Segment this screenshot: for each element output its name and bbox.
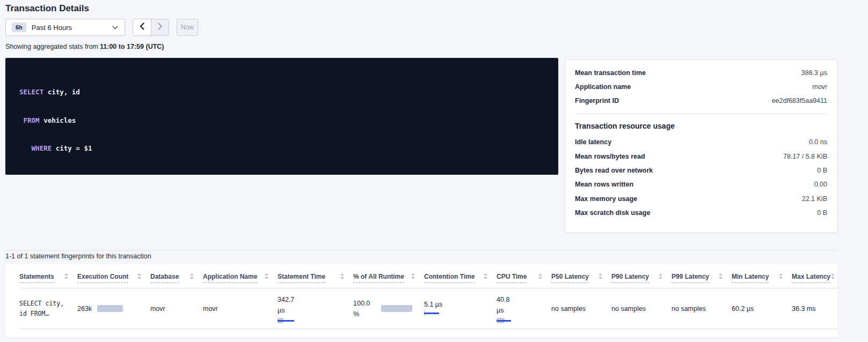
resource-label: Max memory usage — [575, 195, 637, 203]
time-range-dropdown[interactable]: 6h Past 6 Hours — [5, 19, 125, 36]
column-label: P99 Latency — [672, 273, 709, 283]
cell-min-latency: 60.2 µs — [732, 288, 792, 329]
column-header-p99-latency[interactable]: P99 Latency — [672, 273, 732, 288]
resource-value: 78.17 / 5.8 KiB — [783, 153, 827, 160]
sort-icon — [340, 273, 345, 283]
contention-time-line — [424, 313, 439, 314]
sort-icon — [718, 273, 723, 283]
statements-table: Statements Execution Count Database Appl… — [5, 264, 837, 337]
resource-value: 0.0 ns — [809, 138, 827, 146]
cell-contention-time: 5.1 µs — [424, 288, 497, 329]
execution-count-value: 263k — [77, 305, 92, 313]
column-label: Statements — [19, 273, 54, 283]
resource-value: 22.1 KiB — [802, 195, 827, 203]
column-header-p90-latency[interactable]: P90 Latency — [611, 273, 672, 288]
resource-row-mean-rows-bytes-read: Mean rows/bytes read 78.17 / 5.8 KiB — [575, 149, 827, 163]
cpu-time-value: 40.8 µs — [497, 294, 516, 316]
sql-line: WHERE city = $1 — [19, 144, 548, 153]
now-button[interactable]: Now — [177, 19, 198, 36]
column-label: Execution Count — [77, 273, 128, 283]
summary-row-fingerprint-id: Fingerprint ID ee2df683f5aa9411 — [575, 94, 827, 108]
resource-label: Bytes read over network — [575, 167, 653, 174]
resource-value: 0 B — [817, 209, 827, 217]
pct-runtime-value: 100.0 % — [353, 298, 377, 319]
p99-latency-value: no samples — [672, 305, 706, 313]
column-header-statements[interactable]: Statements — [19, 273, 77, 288]
sort-icon — [483, 273, 488, 283]
resource-row-idle-latency: Idle latency 0.0 ns — [575, 135, 827, 149]
sort-icon — [658, 273, 663, 283]
column-header-cpu-time[interactable]: CPU Time — [497, 273, 551, 288]
column-label: Statement Time — [278, 273, 325, 283]
cell-p90-latency: no samples — [611, 288, 672, 329]
column-label: Database — [150, 273, 179, 283]
column-header-pct-of-all-runtime[interactable]: % of All Runtime — [353, 273, 424, 288]
column-label: Min Latency — [732, 273, 769, 283]
resource-usage-heading: Transaction resource usage — [575, 122, 827, 130]
sort-icon — [598, 273, 603, 283]
sort-icon — [137, 273, 142, 283]
column-header-min-latency[interactable]: Min Latency — [732, 273, 792, 288]
section-divider — [5, 250, 837, 251]
column-header-database[interactable]: Database — [150, 273, 203, 288]
chevron-left-icon — [140, 23, 144, 32]
min-latency-value: 60.2 µs — [732, 305, 754, 313]
cell-pct-of-all-runtime: 100.0 % — [353, 288, 424, 329]
sort-icon — [538, 273, 543, 283]
prev-range-button[interactable] — [133, 19, 151, 35]
contention-time-bar-chart — [424, 311, 440, 316]
pct-runtime-bar — [381, 305, 412, 312]
cell-execution-count: 263k — [77, 288, 150, 329]
resource-label: Idle latency — [575, 138, 611, 146]
cell-statement-time: 342.7 µs — [278, 288, 353, 329]
p50-latency-value: no samples — [551, 305, 586, 313]
column-header-contention-time[interactable]: Contention Time — [424, 273, 497, 288]
aggregation-range-value: 11:00 to 17:59 (UTC) — [100, 43, 164, 50]
summary-label: Fingerprint ID — [575, 97, 619, 105]
sort-icon — [830, 273, 835, 283]
chevron-down-icon — [112, 26, 118, 29]
cell-statement: SELECT city, id FROM… — [19, 288, 77, 329]
sql-statement-box: SELECT city, id FROM vehicles WHERE city… — [5, 58, 558, 175]
aggregation-range-prefix: Showing aggregated stats from — [5, 43, 98, 50]
resource-label: Mean rows written — [575, 181, 633, 188]
resource-row-mean-rows-written: Mean rows written 0.00 — [575, 177, 827, 191]
cpu-time-bar-chart — [497, 318, 513, 323]
cell-p99-latency: no samples — [672, 288, 732, 329]
time-nav-group — [133, 19, 169, 36]
summary-divider — [575, 114, 827, 114]
sort-icon — [64, 273, 69, 283]
resource-label: Max scratch disk usage — [575, 209, 650, 217]
resource-value: 0 B — [817, 167, 827, 174]
cell-p50-latency: no samples — [551, 288, 611, 329]
column-header-max-latency[interactable]: Max Latency — [792, 273, 837, 288]
resource-label: Mean rows/bytes read — [575, 153, 645, 160]
summary-value: 386.3 µs — [801, 69, 827, 77]
column-label: P90 Latency — [611, 273, 649, 283]
column-label: Application Name — [203, 273, 257, 283]
application-name-value: movr — [203, 305, 218, 313]
column-header-p50-latency[interactable]: P50 Latency — [551, 273, 611, 288]
max-latency-value: 36.3 ms — [792, 305, 815, 313]
execution-count-bar — [97, 305, 123, 312]
column-header-statement-time[interactable]: Statement Time — [278, 273, 353, 288]
database-value: movr — [150, 305, 165, 313]
column-header-application-name[interactable]: Application Name — [203, 273, 278, 288]
sort-icon — [778, 273, 783, 283]
column-label: Max Latency — [792, 273, 830, 283]
sort-icon — [189, 273, 194, 283]
column-label: % of All Runtime — [353, 273, 404, 283]
summary-value: ee2df683f5aa9411 — [772, 97, 827, 105]
statement-link[interactable]: SELECT city, id FROM… — [19, 299, 64, 319]
statement-row: SELECT city, id FROM… 263k movr movr 342… — [19, 288, 837, 329]
summary-label: Mean transaction time — [575, 69, 646, 77]
time-range-badge: 6h — [12, 23, 26, 32]
cell-max-latency: 36.3 ms — [792, 288, 837, 329]
sql-line: SELECT city, id — [19, 87, 548, 97]
statement-time-bar-chart — [278, 318, 296, 323]
statements-table-header: Statements Execution Count Database Appl… — [19, 264, 837, 288]
next-range-button[interactable] — [151, 19, 169, 35]
chevron-right-icon — [158, 23, 163, 32]
page-title: Transaction Details — [5, 3, 89, 14]
column-header-execution-count[interactable]: Execution Count — [77, 273, 150, 288]
